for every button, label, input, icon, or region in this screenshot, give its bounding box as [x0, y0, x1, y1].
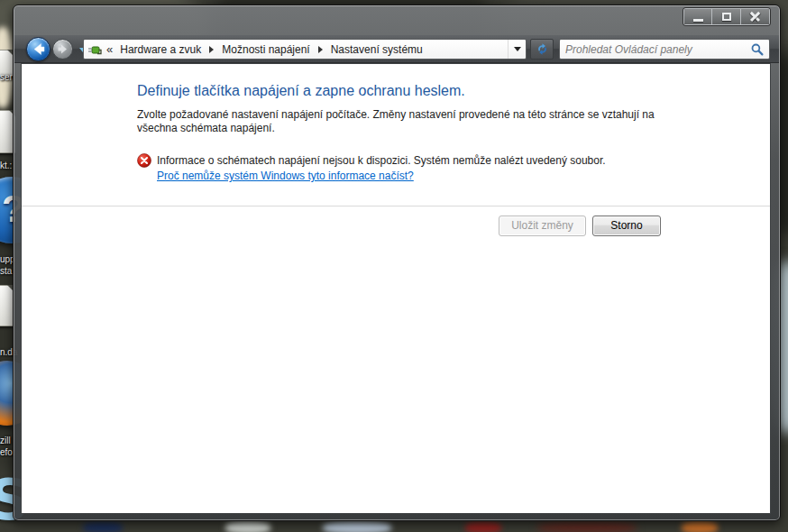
- background-blob: [225, 521, 270, 532]
- background-blob: [682, 521, 718, 532]
- desktop-icon-label: ser: [0, 72, 13, 82]
- minimize-button[interactable]: [683, 8, 712, 25]
- breadcrumb-item-power-options[interactable]: Možnosti napájení: [220, 43, 311, 56]
- background-blob: [83, 521, 123, 532]
- page-description: Zvolte požadované nastavení napájení poč…: [137, 108, 658, 135]
- page-title: Definuje tlačítka napájení a zapne ochra…: [137, 83, 465, 99]
- breadcrumb-overflow-icon[interactable]: «: [106, 42, 113, 56]
- chevron-down-icon: [514, 47, 521, 51]
- desktop-icon-label: sta: [0, 266, 12, 276]
- background-blob: [537, 521, 637, 532]
- close-button[interactable]: [741, 8, 770, 25]
- breadcrumb-separator-icon[interactable]: [318, 46, 323, 53]
- navigation-bar: « Hardware a zvuk Možnosti napájení Nast…: [14, 35, 779, 63]
- search-input[interactable]: [560, 43, 751, 56]
- page-content: Definuje tlačítka napájení a zapne ochra…: [21, 63, 771, 514]
- error-help-link[interactable]: Proč nemůže systém Windows tyto informac…: [157, 170, 414, 182]
- desktop-icon-label: kt.:: [0, 161, 12, 170]
- address-bar[interactable]: « Hardware a zvuk Možnosti napájení Nast…: [83, 39, 527, 60]
- maximize-icon: [722, 13, 731, 21]
- caption-button-group: [683, 8, 770, 25]
- arrow-left-icon: [27, 38, 50, 60]
- save-changes-button[interactable]: Uložit změny: [499, 216, 586, 236]
- background-blob: [465, 521, 501, 532]
- power-options-icon: [87, 42, 102, 57]
- refresh-button[interactable]: [530, 39, 554, 60]
- breadcrumb-item-hardware[interactable]: Hardware a zvuk: [118, 43, 203, 56]
- search-icon[interactable]: [751, 43, 764, 56]
- error-message: Informace o schématech napájení nejsou k…: [157, 154, 698, 167]
- forward-button[interactable]: [52, 39, 73, 60]
- breadcrumb-item-system-settings[interactable]: Nastavení systému: [329, 43, 425, 56]
- maximize-button[interactable]: [712, 8, 741, 25]
- title-bar[interactable]: [14, 5, 780, 35]
- cancel-button[interactable]: Storno: [592, 216, 661, 236]
- breadcrumb-separator-icon[interactable]: [209, 46, 214, 53]
- error-icon: [137, 153, 151, 168]
- arrow-right-icon: [53, 40, 72, 59]
- address-dropdown-button[interactable]: [508, 40, 526, 59]
- minimize-icon: [693, 19, 703, 22]
- back-button[interactable]: [26, 37, 50, 61]
- background-blob: [323, 521, 391, 532]
- content-divider: [22, 206, 770, 206]
- close-icon: [749, 11, 761, 23]
- desktop-icon-label: zill: [0, 436, 11, 445]
- search-box: [559, 39, 770, 60]
- refresh-icon: [536, 42, 549, 56]
- control-panel-window: « Hardware a zvuk Možnosti napájení Nast…: [13, 5, 781, 521]
